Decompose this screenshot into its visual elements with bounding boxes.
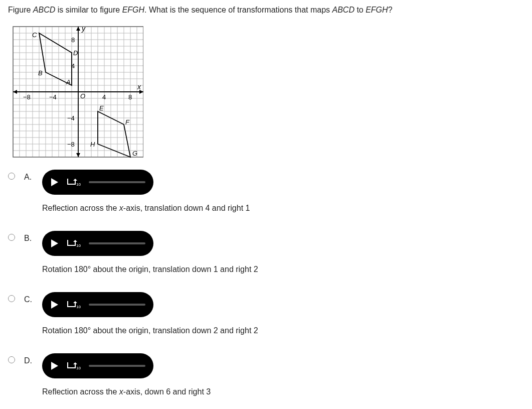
svg-text:O: O xyxy=(80,92,85,100)
option-a-letter: A. xyxy=(24,170,33,182)
option-d-text: Reflection across the x-axis, down 6 and… xyxy=(42,387,211,396)
audio-player-b: 10 xyxy=(42,231,153,256)
svg-text:8: 8 xyxy=(128,93,132,101)
option-a: A. 10 Reflection across the x-axis, tran… xyxy=(8,170,524,227)
answer-options: A. 10 Reflection across the x-axis, tran… xyxy=(8,170,524,409)
option-b-radio[interactable] xyxy=(8,234,15,241)
svg-text:−4: −4 xyxy=(49,93,57,101)
play-icon[interactable] xyxy=(50,361,59,370)
svg-text:8: 8 xyxy=(71,36,75,44)
svg-text:D: D xyxy=(73,49,78,57)
rewind-amount: 10 xyxy=(76,366,81,370)
svg-text:C: C xyxy=(32,31,37,39)
svg-marker-72 xyxy=(51,239,58,247)
svg-text:−4: −4 xyxy=(67,114,75,122)
svg-text:y: y xyxy=(81,25,86,33)
play-icon[interactable] xyxy=(50,300,59,309)
svg-text:−8: −8 xyxy=(23,93,31,101)
option-a-text: Reflection across the x-axis, translatio… xyxy=(42,204,250,213)
svg-text:F: F xyxy=(125,118,130,126)
svg-text:H: H xyxy=(90,141,95,148)
svg-text:x: x xyxy=(137,83,141,91)
svg-text:B: B xyxy=(38,69,43,77)
audio-player-a: 10 xyxy=(42,170,153,195)
audio-player-d: 10 xyxy=(42,353,153,378)
svg-text:G: G xyxy=(132,150,137,157)
coordinate-graph: y x O −8 −4 4 8 8 4 −4 −8 A B C D E F G … xyxy=(8,24,524,160)
option-d-radio[interactable] xyxy=(8,356,15,363)
option-d: D. 10 Reflection across the x-axis, down… xyxy=(8,353,524,409)
rewind-10-icon[interactable] xyxy=(66,177,77,187)
svg-marker-71 xyxy=(73,179,77,181)
audio-progress[interactable] xyxy=(89,181,145,183)
option-c: C. 10 Rotation 180° about the origin, tr… xyxy=(8,292,524,349)
svg-text:4: 4 xyxy=(102,93,106,101)
play-icon[interactable] xyxy=(50,239,59,248)
svg-marker-46 xyxy=(13,90,17,94)
svg-text:A: A xyxy=(66,78,71,86)
question-text: Figure ABCD is similar to figure EFGH. W… xyxy=(8,4,524,16)
rewind-amount: 10 xyxy=(76,305,81,309)
svg-marker-76 xyxy=(51,362,58,370)
option-c-text: Rotation 180° about the origin, translat… xyxy=(42,326,258,335)
audio-player-c: 10 xyxy=(42,292,153,317)
svg-marker-73 xyxy=(73,240,77,242)
option-b-letter: B. xyxy=(24,231,33,243)
rewind-10-icon[interactable] xyxy=(66,300,77,310)
audio-progress[interactable] xyxy=(89,304,145,306)
audio-progress[interactable] xyxy=(89,365,145,367)
option-c-letter: C. xyxy=(24,292,33,304)
play-icon[interactable] xyxy=(50,178,59,187)
svg-marker-47 xyxy=(76,27,80,31)
rewind-10-icon[interactable] xyxy=(66,361,77,371)
svg-marker-77 xyxy=(73,362,77,364)
option-a-radio[interactable] xyxy=(8,173,15,180)
rewind-10-icon[interactable] xyxy=(66,238,77,248)
svg-text:−8: −8 xyxy=(67,141,75,148)
svg-marker-75 xyxy=(73,301,77,303)
svg-marker-48 xyxy=(76,153,80,157)
rewind-amount: 10 xyxy=(76,243,81,248)
option-b-text: Rotation 180° about the origin, translat… xyxy=(42,265,258,274)
audio-progress[interactable] xyxy=(89,242,145,244)
svg-marker-74 xyxy=(51,301,58,309)
svg-text:E: E xyxy=(99,104,104,112)
svg-marker-70 xyxy=(51,178,58,186)
option-d-letter: D. xyxy=(24,353,33,365)
option-b: B. 10 Rotation 180° about the origin, tr… xyxy=(8,231,524,288)
rewind-amount: 10 xyxy=(76,182,81,187)
option-c-radio[interactable] xyxy=(8,295,15,302)
